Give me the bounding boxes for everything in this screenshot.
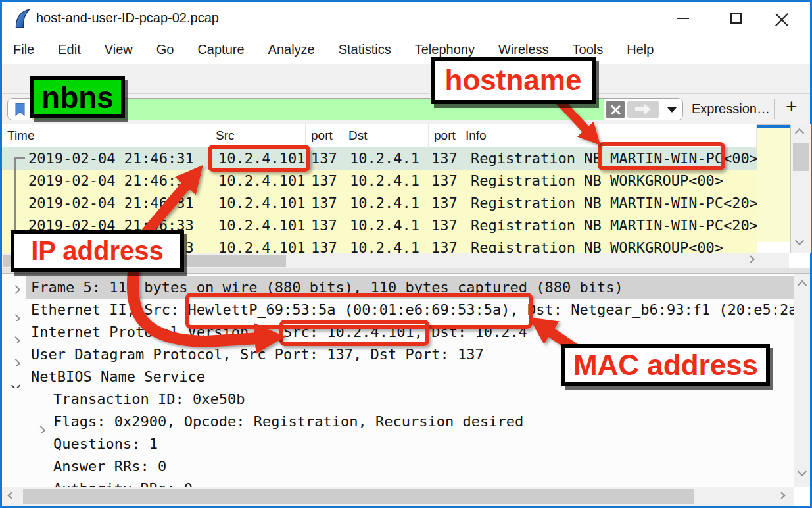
detail-line[interactable]: Flags: 0x2900, Opcode: Registration, Rec… [2, 411, 794, 433]
filter-buttons [604, 99, 682, 120]
cell-dport: 137 [429, 147, 460, 170]
cell-time: 2019-02-04 21:46:31 [2, 170, 210, 192]
cell-dst: 10.2.4.1 [343, 170, 429, 192]
menu-file[interactable]: File [13, 42, 34, 57]
cell-dst: 10.2.4.1 [343, 237, 429, 253]
close-icon [775, 12, 788, 25]
menu-tools[interactable]: Tools [573, 42, 604, 57]
title-bar: host-and-user-ID-pcap-02.pcap [2, 2, 810, 34]
label-ip-address: IP address [11, 230, 184, 272]
wireshark-window: host-and-user-ID-pcap-02.pcap File Edit … [0, 0, 812, 508]
label-nbns: nbns [30, 76, 125, 118]
cell-info: Registration NB MARTIN-WIN-PC<20> [460, 215, 757, 237]
menu-view[interactable]: View [105, 42, 133, 57]
packet-row[interactable]: 2019-02-04 21:46:31 10.2.4.101 137 10.2.… [2, 192, 757, 215]
cell-dst: 10.2.4.1 [343, 215, 429, 237]
detail-line[interactable]: Authority RRs: 0 [2, 478, 794, 487]
maximize-icon [730, 13, 742, 24]
cell-dport: 137 [429, 170, 460, 192]
menu-telephony[interactable]: Telephony [415, 42, 475, 57]
add-filter-button[interactable]: + [786, 95, 798, 118]
window-title: host-and-user-ID-pcap-02.pcap [36, 11, 219, 26]
packet-row[interactable]: 2019-02-04 21:46:31 10.2.4.101 137 10.2.… [2, 170, 757, 192]
wireshark-fin-icon [14, 9, 32, 32]
scroll-right-icon[interactable] [748, 257, 753, 262]
cell-info: Registration NB WORKGROUP<00> [460, 237, 757, 253]
column-header-dst[interactable]: Dst [343, 124, 429, 147]
scroll-up-icon[interactable] [799, 282, 805, 288]
scroll-left-icon[interactable] [9, 493, 14, 498]
scroll-right-icon[interactable] [779, 493, 784, 498]
detail-line[interactable]: Questions: 1 [2, 433, 794, 455]
filter-apply-button[interactable] [627, 101, 659, 118]
expand-icon[interactable] [37, 418, 44, 433]
cell-info: Registration NB MARTIN-WIN-PC<20> [460, 192, 757, 215]
cell-time: 2019-02-04 21:46:31 [2, 192, 210, 215]
cell-sport: 137 [306, 237, 343, 253]
menu-statistics[interactable]: Statistics [339, 42, 391, 57]
menu-go[interactable]: Go [156, 42, 174, 57]
cell-dst: 10.2.4.1 [343, 147, 429, 170]
cell-sport: 137 [306, 192, 343, 215]
details-hscrollbar[interactable] [2, 487, 794, 506]
label-mac-address: MAC address [561, 344, 770, 386]
cell-src: 10.2.4.101 [210, 192, 306, 215]
highlight-box-src-ip [208, 145, 310, 172]
cell-time: 2019-02-04 21:46:31 [2, 147, 210, 170]
expand-icon[interactable] [12, 351, 19, 366]
menu-help[interactable]: Help [627, 42, 654, 57]
menu-wireless[interactable]: Wireless [498, 42, 549, 57]
minimize-button[interactable] [663, 2, 704, 34]
filter-separator [774, 99, 775, 119]
collapse-icon[interactable] [12, 373, 19, 388]
cell-dst: 10.2.4.1 [343, 192, 429, 215]
column-header-time[interactable]: Time [2, 124, 210, 147]
close-button[interactable] [761, 2, 802, 34]
cell-sport: 137 [306, 215, 343, 237]
cell-src: 10.2.4.101 [210, 215, 306, 237]
label-hostname: hostname [431, 57, 596, 104]
column-header-port1[interactable]: port [306, 124, 343, 147]
filter-dropdown-arrow[interactable] [667, 107, 677, 113]
cell-dport: 137 [429, 192, 460, 215]
maximize-button[interactable] [715, 2, 756, 34]
scroll-down-icon[interactable] [799, 469, 805, 475]
column-header-src[interactable]: Src [210, 124, 306, 147]
expand-icon[interactable] [12, 328, 19, 343]
cell-src: 10.2.4.101 [210, 237, 306, 253]
filter-clear-button[interactable] [606, 101, 625, 118]
bookmark-icon [15, 103, 25, 116]
highlight-box-hostname [598, 142, 725, 170]
menu-analyze[interactable]: Analyze [268, 42, 315, 57]
scroll-thumb[interactable] [793, 143, 809, 171]
menu-capture[interactable]: Capture [197, 42, 244, 57]
packet-list-vscrollbar[interactable] [791, 124, 811, 253]
expand-icon[interactable] [12, 284, 19, 295]
expression-button[interactable]: Expression… [692, 101, 770, 116]
scroll-up-icon[interactable] [796, 130, 803, 136]
cell-dport: 137 [429, 215, 460, 237]
detail-line[interactable]: Answer RRs: 0 [2, 455, 794, 478]
scroll-thumb[interactable] [23, 489, 694, 504]
cell-src: 10.2.4.101 [210, 170, 306, 192]
detail-line[interactable]: Transaction ID: 0xe50b [2, 388, 794, 411]
minimap-selected-marker [757, 125, 790, 128]
cell-dport: 137 [429, 237, 460, 253]
cell-sport: 137 [306, 147, 343, 170]
filter-bookmark-button[interactable] [8, 99, 33, 120]
cell-sport: 137 [306, 170, 343, 192]
cell-info: Registration NB WORKGROUP<00> [460, 170, 757, 192]
menu-edit[interactable]: Edit [58, 42, 80, 57]
menu-bar: File Edit View Go Capture Analyze Statis… [2, 35, 810, 64]
scroll-down-icon[interactable] [796, 238, 803, 244]
details-vscrollbar[interactable] [794, 274, 810, 487]
column-header-port2[interactable]: port [429, 124, 460, 147]
minimize-icon [677, 18, 689, 19]
highlight-box-ip-src [279, 320, 429, 346]
packet-list-minimap[interactable] [757, 124, 791, 253]
expand-icon[interactable] [12, 306, 19, 321]
